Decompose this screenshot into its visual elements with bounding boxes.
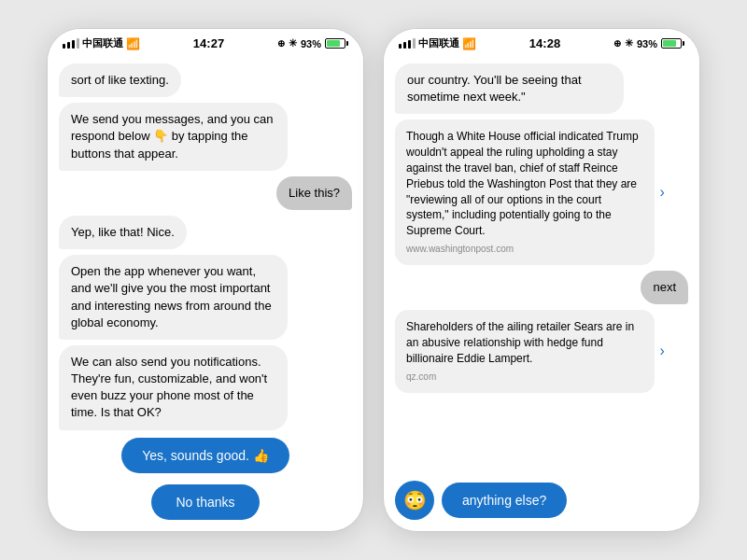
status-bar-left: 中国联通 📶 14:27 ⊕ ✳ 93%: [48, 29, 363, 54]
battery-pct-left: 93%: [301, 38, 321, 49]
app-container: 中国联通 📶 14:27 ⊕ ✳ 93% sort of like textin…: [28, 9, 719, 551]
time-right: 14:28: [529, 36, 560, 50]
status-bar-right: 中国联通 📶 14:28 ⊕ ✳ 93%: [384, 29, 699, 54]
message-2-left: We send you messages, and you can respon…: [59, 103, 288, 171]
message-5-left: Open the app whenever you want, and we'l…: [59, 255, 288, 340]
phone-right: 中国联通 📶 14:28 ⊕ ✳ 93% our country. You'll…: [383, 28, 700, 532]
status-right-left: ⊕ ✳ 93%: [277, 37, 348, 49]
signal-bars-right: [399, 38, 416, 49]
chat-area-left: sort of like texting. We send you messag…: [48, 54, 363, 432]
article-2-url: qz.com: [406, 371, 643, 384]
article-2-right: Shareholders of the ailing retailer Sear…: [395, 310, 665, 392]
wifi-icon-left: 📶: [126, 37, 140, 50]
button-row-left: Yes, sounds good. 👍: [48, 432, 363, 484]
message-1-left: sort of like texting.: [59, 63, 181, 97]
bluetooth-icon-right: ✳: [625, 37, 633, 49]
battery-icon-left: [325, 38, 348, 49]
message-next-right: next: [641, 271, 688, 304]
signal-bars-left: [63, 38, 79, 49]
battery-pct-right: 93%: [637, 38, 657, 49]
article-1-chevron-icon[interactable]: ›: [655, 184, 665, 201]
carrier-right: 中国联通: [418, 36, 459, 50]
time-left: 14:27: [193, 36, 224, 50]
carrier-left: 中国联通: [82, 36, 123, 50]
status-left-left: 中国联通 📶: [63, 36, 140, 50]
anything-else-button[interactable]: anything else?: [442, 483, 567, 518]
article-2-chevron-icon[interactable]: ›: [655, 343, 665, 359]
location-icon-right: ⊕: [613, 38, 621, 49]
message-1-right: our country. You'll be seeing that somet…: [395, 63, 624, 114]
button-row-right: 😳 anything else?: [384, 475, 699, 531]
button-row2-left: No thanks: [48, 484, 363, 531]
no-thanks-button[interactable]: No thanks: [151, 484, 259, 520]
bluetooth-icon-left: ✳: [289, 37, 297, 49]
wifi-icon-right: 📶: [462, 37, 476, 50]
phone-left: 中国联通 📶 14:27 ⊕ ✳ 93% sort of like textin…: [47, 28, 364, 532]
article-1-content: Though a White House official indicated …: [395, 119, 655, 265]
message-4-left: Yep, like that! Nice.: [59, 216, 187, 249]
yes-button[interactable]: Yes, sounds good. 👍: [121, 438, 289, 473]
chat-area-right: our country. You'll be seeing that somet…: [384, 54, 699, 475]
article-1-right: Though a White House official indicated …: [395, 119, 665, 265]
battery-icon-right: [661, 38, 684, 49]
status-left-right: 中国联通 📶: [399, 36, 476, 50]
article-2-content: Shareholders of the ailing retailer Sear…: [395, 310, 655, 392]
location-icon-left: ⊕: [277, 38, 285, 49]
emoji-button[interactable]: 😳: [395, 481, 434, 520]
article-1-url: www.washingtonpost.com: [406, 243, 643, 256]
message-3-left: Like this?: [276, 176, 352, 210]
message-6-left: We can also send you notifications. They…: [59, 345, 288, 430]
status-right-right: ⊕ ✳ 93%: [613, 37, 684, 49]
